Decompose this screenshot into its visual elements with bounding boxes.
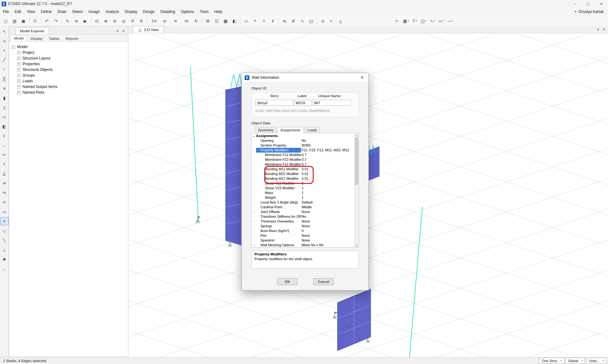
shrink-objects-icon[interactable]: ▩ [221, 17, 230, 25]
grid-row-membrane-f12-modifier[interactable]: Membrane F12 Modifier0.7 [252, 162, 355, 167]
menu-help[interactable]: Help [211, 8, 225, 16]
open-model-icon[interactable]: ▤ [10, 17, 19, 25]
align-icon[interactable]: ⇵ [289, 17, 298, 25]
menu-file[interactable]: File [0, 8, 12, 16]
grid-row-assignments[interactable]: ⌄Assignments [252, 133, 355, 138]
draw-joint-icon[interactable]: ▪ [0, 46, 9, 54]
select-by-rectangle-icon[interactable]: ▭ [0, 208, 9, 216]
viewtab-close-icon[interactable]: ✕ [603, 28, 605, 31]
draw-section-cut-icon[interactable]: ✂ [0, 151, 9, 159]
select-pointer-icon[interactable]: ↖ [0, 27, 9, 35]
deformed-shape-icon[interactable]: ▦▾ [402, 17, 410, 25]
model-explorer-title[interactable]: Model Explorer [16, 28, 49, 34]
explorer-tab-model[interactable]: Model [10, 35, 27, 41]
explorer-dropdown-icon[interactable]: ▾ [117, 29, 118, 33]
clear-selection-button[interactable]: clr [0, 198, 9, 206]
quick-draw-frame-icon[interactable]: ∕ [0, 65, 9, 73]
tree-item-named-plots[interactable]: +Named Plots [12, 90, 128, 95]
text-display-icon[interactable]: T▾ [411, 17, 419, 25]
display-options-icon[interactable]: ☑ [213, 17, 221, 25]
user-menu[interactable]: ▼ Orsolya Kartali [574, 9, 608, 14]
menu-display[interactable]: Display [122, 8, 140, 16]
expand-icon[interactable]: + [17, 91, 21, 94]
grid-row-shear-v13-modifier[interactable]: Shear V13 Modifier1 [252, 181, 355, 186]
snap-to-joints-icon[interactable]: ⌖ [0, 217, 9, 225]
snap-to-lines-icon[interactable]: ╲ [0, 236, 9, 244]
quick-draw-secondary-beams-icon[interactable]: ≡ [0, 84, 9, 92]
expand-arrow-icon[interactable]: › [252, 219, 256, 224]
menu-define[interactable]: Define [38, 8, 55, 16]
expand-icon[interactable]: + [17, 74, 21, 77]
grid-row-bending-m12-modifier[interactable]: Bending M12 Modifier0.01 [252, 176, 355, 181]
grid-row-springs[interactable]: SpringsNone [252, 224, 355, 229]
zoom-full-view-icon[interactable]: ◎ [119, 17, 128, 25]
measure-angle-icon[interactable]: ∠ [0, 170, 9, 178]
grid-scrollbar[interactable]: ▲ ▼ [354, 133, 359, 247]
expand-arrow-icon[interactable]: › [252, 210, 256, 214]
grid-row-local-axis-2-angle-deg-[interactable]: Local Axis 2 Angle (deg)Default [252, 200, 355, 205]
maximize-button[interactable]: ▢ [581, 0, 595, 8]
explorer-close-icon[interactable]: ✕ [122, 29, 125, 33]
menu-detailing[interactable]: Detailing [157, 8, 178, 16]
zoom-previous-icon[interactable]: ↺ [128, 17, 137, 25]
ok-button[interactable]: OK [277, 278, 298, 285]
grid-row-section-property[interactable]: Section PropertyW350 [252, 143, 355, 148]
minimize-button[interactable]: – [568, 0, 581, 8]
undo-icon[interactable]: ↶ [43, 17, 51, 25]
menu-select[interactable]: Select [69, 8, 86, 16]
view-3d-button[interactable]: 3-d [149, 17, 159, 25]
tree-item-model[interactable]: −Model [12, 44, 128, 50]
dialog-tab-assignments[interactable]: Assignments [277, 127, 304, 134]
assign-area-icon[interactable]: △ [336, 17, 345, 25]
merge-icon[interactable]: ◱ [307, 17, 315, 25]
expand-icon[interactable]: + [17, 51, 21, 54]
assign-frame-icon[interactable]: ⊢ [328, 17, 336, 25]
zoom-in-icon[interactable]: ⊕ [102, 17, 110, 25]
collapse-arrow-icon[interactable]: ⌄ [252, 148, 256, 153]
scroll-up-icon[interactable]: ▲ [355, 133, 358, 137]
expand-icon[interactable]: + [17, 57, 21, 60]
previous-selection-button[interactable]: Ps [0, 189, 9, 197]
view-elevation-button[interactable]: el [170, 17, 181, 25]
explorer-tab-reports[interactable]: Reports [62, 36, 81, 41]
zoom-out-icon[interactable]: ⊖ [111, 17, 119, 25]
menu-tools[interactable]: Tools [197, 8, 211, 16]
grid-row-cardinal-point[interactable]: Cardinal PointMiddle [252, 205, 355, 210]
menu-analyze[interactable]: Analyze [103, 8, 122, 16]
grid-row-spandrel[interactable]: SpandrelNone [252, 238, 355, 243]
frame-display-icon[interactable]: ▭▾ [437, 17, 445, 25]
draw-area-icon[interactable]: ▭ [242, 17, 250, 25]
cancel-button[interactable]: Cancel [313, 278, 334, 285]
grid-row-bending-m11-modifier[interactable]: Bending M11 Modifier0.01 [252, 167, 355, 172]
grid-row-weight[interactable]: Weight1 [252, 195, 355, 200]
tree-item-properties[interactable]: +Properties [12, 61, 128, 67]
section-cut-icon[interactable]: I▾ [393, 17, 401, 25]
tree-item-named-output-items[interactable]: +Named Output Items [12, 84, 128, 90]
grid-row-bending-m22-modifier[interactable]: Bending M22 Modifier0.01 [252, 172, 355, 176]
tree-item-structure-layout[interactable]: +Structure Layout [12, 55, 128, 61]
viewtab-dropdown-icon[interactable]: ▾ [598, 28, 599, 31]
grid-row-shear-v23-modifier[interactable]: Shear V23 Modifier1 [252, 186, 355, 191]
menu-edit[interactable]: Edit [12, 8, 24, 16]
snap-to-intersections-icon[interactable]: ✚ [0, 255, 9, 263]
expand-icon[interactable]: + [17, 62, 21, 66]
label-field[interactable] [294, 100, 312, 106]
draw-wall-icon[interactable]: ▮ [0, 94, 9, 102]
status-dropdown-one-story[interactable]: One Story▾ [539, 358, 564, 364]
beam-layout-icon[interactable]: ‖ [269, 17, 277, 25]
rotate-3d-view-icon[interactable]: ↻ [192, 17, 200, 25]
expand-icon[interactable]: + [17, 79, 21, 83]
dialog-tab-loads[interactable]: Loads [304, 127, 320, 133]
lock-model-icon[interactable]: ⊘ [72, 17, 80, 25]
run-analysis-icon[interactable]: ▶ [81, 17, 89, 25]
grid-row-joint-offsets[interactable]: ›Joint OffsetsNone [252, 210, 355, 214]
view-plan-button[interactable]: pl [160, 17, 170, 25]
tree-item-project[interactable]: +Project [12, 50, 128, 55]
close-button[interactable]: ✕ [595, 0, 608, 8]
view-named-button[interactable]: nd [181, 17, 191, 25]
draw-grid-icon[interactable]: ⌗ [0, 160, 9, 168]
status-dropdown-units-[interactable]: Units...▾ [586, 358, 606, 364]
rubber-band-zoom-icon[interactable]: ⊡ [93, 17, 101, 25]
draw-pencil-icon[interactable]: ✎ [63, 17, 72, 25]
grid-row-membrane-f11-modifier[interactable]: Membrane F11 Modifier0.7 [252, 153, 355, 157]
